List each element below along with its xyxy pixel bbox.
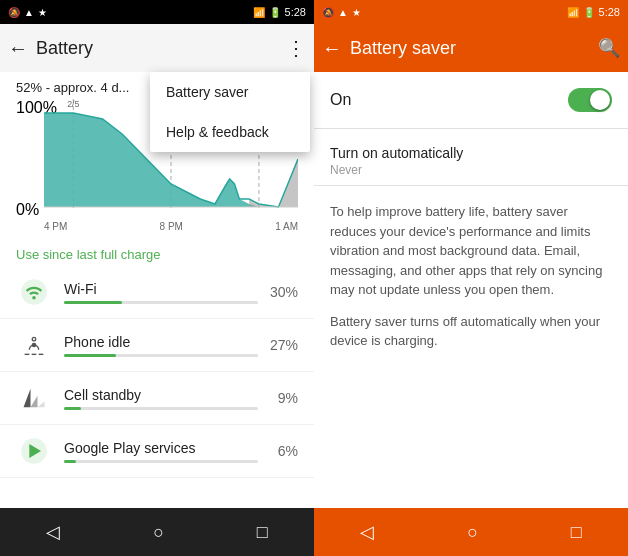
- right-toolbar: ← Battery saver 🔍: [314, 24, 628, 72]
- battery-item-phone-idle[interactable]: Phone idle 27%: [0, 319, 314, 372]
- wifi-info: Wi-Fi: [64, 281, 258, 304]
- toggle-thumb: [590, 90, 610, 110]
- left-page-title: Battery: [36, 38, 278, 59]
- cell-standby-info: Cell standby: [64, 387, 258, 410]
- right-star-icon: ★: [352, 7, 361, 18]
- right-time: 5:28: [599, 6, 620, 18]
- left-toolbar: ← Battery ⋮: [0, 24, 314, 72]
- right-status-bar: 🔕 ▲ ★ 📶 🔋 5:28: [314, 0, 628, 24]
- toggle-on-label: On: [330, 91, 568, 109]
- left-bottom-nav: ◁ ○ □: [0, 508, 314, 556]
- google-play-icon: [16, 433, 52, 469]
- battery-saver-toggle-row: On: [314, 72, 628, 129]
- right-notification-icon: 🔕: [322, 7, 334, 18]
- phone-idle-name: Phone idle: [64, 334, 258, 350]
- auto-subtitle: Never: [330, 163, 612, 177]
- right-nav-recent[interactable]: □: [571, 522, 582, 543]
- search-icon[interactable]: 🔍: [598, 37, 620, 59]
- battery-item-cell-standby[interactable]: Cell standby 9%: [0, 372, 314, 425]
- left-status-icons: 🔕 ▲ ★: [8, 7, 253, 18]
- cell-standby-name: Cell standby: [64, 387, 258, 403]
- right-wifi-icon: ▲: [338, 7, 348, 18]
- auto-section[interactable]: Turn on automatically Never: [314, 129, 628, 186]
- right-status-icons: 🔕 ▲ ★: [322, 7, 567, 18]
- auto-title: Turn on automatically: [330, 145, 612, 161]
- left-more-button[interactable]: ⋮: [286, 36, 306, 60]
- google-play-name: Google Play services: [64, 440, 258, 456]
- google-play-pct: 6%: [266, 443, 298, 459]
- google-play-bar: [64, 460, 76, 463]
- dropdown-battery-saver[interactable]: Battery saver: [150, 72, 310, 112]
- wifi-status-icon: ▲: [24, 7, 34, 18]
- phone-idle-bar: [64, 354, 116, 357]
- google-play-bar-bg: [64, 460, 258, 463]
- signal-icon: 📶: [253, 7, 265, 18]
- description-text-1: To help improve battery life, battery sa…: [330, 202, 612, 300]
- wifi-pct: 30%: [266, 284, 298, 300]
- wifi-bar: [64, 301, 122, 304]
- description-section: To help improve battery life, battery sa…: [314, 186, 628, 379]
- phone-idle-bar-bg: [64, 354, 258, 357]
- cell-standby-icon: [16, 380, 52, 416]
- cell-standby-bar: [64, 407, 81, 410]
- svg-marker-7: [249, 159, 298, 207]
- svg-marker-16: [31, 396, 38, 408]
- dropdown-help-feedback[interactable]: Help & feedback: [150, 112, 310, 152]
- right-status-right: 📶 🔋 5:28: [567, 6, 620, 18]
- chart-x-1: 4 PM: [44, 221, 67, 232]
- battery-item-google-play[interactable]: Google Play services 6%: [0, 425, 314, 478]
- right-bottom-nav: ◁ ○ □: [314, 508, 628, 556]
- wifi-icon: [16, 274, 52, 310]
- wifi-name: Wi-Fi: [64, 281, 258, 297]
- svg-point-11: [32, 337, 36, 341]
- chart-x-3: 1 AM: [275, 221, 298, 232]
- battery-saver-toggle[interactable]: [568, 88, 612, 112]
- wifi-bar-bg: [64, 301, 258, 304]
- cell-standby-bar-bg: [64, 407, 258, 410]
- right-page-title: Battery saver: [350, 38, 590, 59]
- cell-standby-pct: 9%: [266, 390, 298, 406]
- right-nav-back[interactable]: ◁: [360, 521, 374, 543]
- right-panel: 🔕 ▲ ★ 📶 🔋 5:28 ← Battery saver 🔍 On Turn…: [314, 0, 628, 556]
- left-time: 5:28: [285, 6, 306, 18]
- left-nav-back[interactable]: ◁: [46, 521, 60, 543]
- star-icon: ★: [38, 7, 47, 18]
- dropdown-menu: Battery saver Help & feedback: [150, 72, 310, 152]
- description-text-2: Battery saver turns off automatically wh…: [330, 312, 612, 351]
- left-status-bar: 🔕 ▲ ★ 📶 🔋 5:28: [0, 0, 314, 24]
- right-back-button[interactable]: ←: [322, 37, 342, 60]
- notification-icon: 🔕: [8, 7, 20, 18]
- svg-text:2/5: 2/5: [67, 99, 79, 109]
- svg-marker-17: [38, 402, 45, 408]
- phone-idle-icon: [16, 327, 52, 363]
- use-since-label: Use since last full charge: [0, 239, 314, 266]
- right-battery-icon: 🔋: [583, 7, 595, 18]
- battery-item-wifi[interactable]: Wi-Fi 30%: [0, 266, 314, 319]
- battery-icon: 🔋: [269, 7, 281, 18]
- left-status-right: 📶 🔋 5:28: [253, 6, 306, 18]
- left-panel: 🔕 ▲ ★ 📶 🔋 5:28 ← Battery ⋮ Battery saver…: [0, 0, 314, 556]
- chart-x-labels: 4 PM 8 PM 1 AM: [44, 221, 298, 232]
- left-nav-home[interactable]: ○: [153, 522, 164, 543]
- svg-marker-15: [24, 389, 31, 408]
- phone-idle-info: Phone idle: [64, 334, 258, 357]
- google-play-info: Google Play services: [64, 440, 258, 463]
- right-signal-icon: 📶: [567, 7, 579, 18]
- chart-x-2: 8 PM: [160, 221, 183, 232]
- left-back-button[interactable]: ←: [8, 37, 28, 60]
- left-nav-recent[interactable]: □: [257, 522, 268, 543]
- right-nav-home[interactable]: ○: [467, 522, 478, 543]
- phone-idle-pct: 27%: [266, 337, 298, 353]
